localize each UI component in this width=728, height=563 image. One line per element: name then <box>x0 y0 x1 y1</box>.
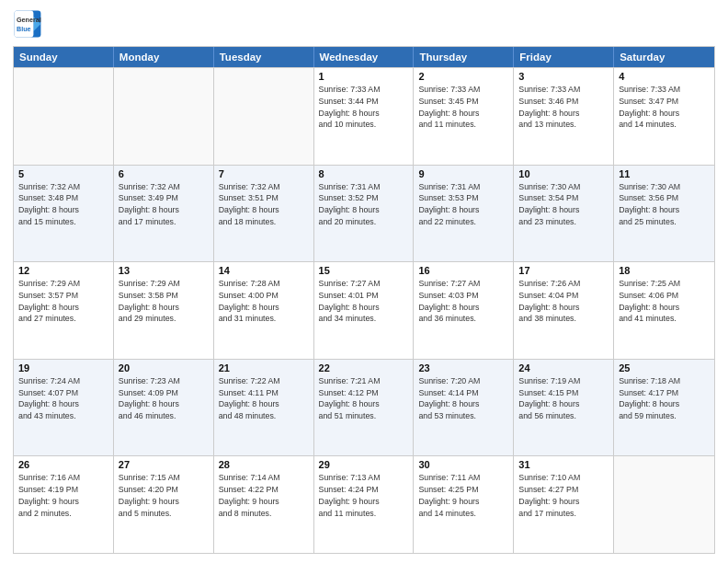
day-info: Sunrise: 7:32 AM Sunset: 3:51 PM Dayligh… <box>219 181 309 228</box>
day-cell-17: 17Sunrise: 7:26 AM Sunset: 4:04 PM Dayli… <box>514 262 614 359</box>
day-number: 8 <box>319 168 409 179</box>
calendar-row-3: 12Sunrise: 7:29 AM Sunset: 3:57 PM Dayli… <box>14 261 714 359</box>
empty-cell <box>114 68 214 165</box>
day-info: Sunrise: 7:27 AM Sunset: 4:01 PM Dayligh… <box>319 278 409 325</box>
day-info: Sunrise: 7:19 AM Sunset: 4:15 PM Dayligh… <box>518 375 609 422</box>
day-info: Sunrise: 7:29 AM Sunset: 3:57 PM Dayligh… <box>18 278 108 325</box>
weekday-header-thursday: Thursday <box>414 47 514 67</box>
day-number: 19 <box>18 362 108 373</box>
day-info: Sunrise: 7:31 AM Sunset: 3:53 PM Dayligh… <box>418 181 508 228</box>
day-number: 29 <box>319 459 409 470</box>
day-number: 11 <box>619 168 710 179</box>
day-number: 12 <box>18 265 108 276</box>
day-cell-6: 6Sunrise: 7:32 AM Sunset: 3:49 PM Daylig… <box>114 166 214 262</box>
weekday-header-wednesday: Wednesday <box>314 47 415 67</box>
empty-cell <box>614 456 714 553</box>
weekday-header-sunday: Sunday <box>14 47 114 67</box>
day-info: Sunrise: 7:27 AM Sunset: 4:03 PM Dayligh… <box>418 278 508 325</box>
day-info: Sunrise: 7:24 AM Sunset: 4:07 PM Dayligh… <box>18 375 108 422</box>
day-info: Sunrise: 7:20 AM Sunset: 4:14 PM Dayligh… <box>418 375 508 422</box>
day-cell-10: 10Sunrise: 7:30 AM Sunset: 3:54 PM Dayli… <box>514 166 614 262</box>
svg-text:General: General <box>17 16 41 24</box>
day-number: 31 <box>518 459 609 470</box>
day-number: 2 <box>418 71 508 82</box>
day-info: Sunrise: 7:11 AM Sunset: 4:25 PM Dayligh… <box>418 472 508 519</box>
day-info: Sunrise: 7:30 AM Sunset: 3:54 PM Dayligh… <box>518 181 609 228</box>
day-number: 5 <box>18 168 108 179</box>
day-cell-27: 27Sunrise: 7:15 AM Sunset: 4:20 PM Dayli… <box>114 456 214 553</box>
empty-cell <box>14 68 114 165</box>
day-cell-13: 13Sunrise: 7:29 AM Sunset: 3:58 PM Dayli… <box>114 262 214 359</box>
weekday-header-tuesday: Tuesday <box>214 47 314 67</box>
logo-icon: General Blue <box>13 9 42 39</box>
day-info: Sunrise: 7:33 AM Sunset: 3:44 PM Dayligh… <box>319 84 409 131</box>
day-cell-22: 22Sunrise: 7:21 AM Sunset: 4:12 PM Dayli… <box>314 360 415 456</box>
day-cell-12: 12Sunrise: 7:29 AM Sunset: 3:57 PM Dayli… <box>14 262 114 359</box>
day-info: Sunrise: 7:26 AM Sunset: 4:04 PM Dayligh… <box>518 278 609 325</box>
day-number: 22 <box>319 362 409 373</box>
weekday-header-saturday: Saturday <box>614 47 714 67</box>
day-cell-31: 31Sunrise: 7:10 AM Sunset: 4:27 PM Dayli… <box>514 456 614 553</box>
day-cell-24: 24Sunrise: 7:19 AM Sunset: 4:15 PM Dayli… <box>514 360 614 456</box>
day-info: Sunrise: 7:21 AM Sunset: 4:12 PM Dayligh… <box>319 375 409 422</box>
day-cell-7: 7Sunrise: 7:32 AM Sunset: 3:51 PM Daylig… <box>214 166 314 262</box>
day-cell-28: 28Sunrise: 7:14 AM Sunset: 4:22 PM Dayli… <box>214 456 314 553</box>
day-number: 3 <box>518 71 609 82</box>
weekday-header-friday: Friday <box>514 47 614 67</box>
day-number: 7 <box>219 168 309 179</box>
day-info: Sunrise: 7:25 AM Sunset: 4:06 PM Dayligh… <box>619 278 710 325</box>
day-number: 23 <box>418 362 508 373</box>
day-cell-14: 14Sunrise: 7:28 AM Sunset: 4:00 PM Dayli… <box>214 262 314 359</box>
day-info: Sunrise: 7:23 AM Sunset: 4:09 PM Dayligh… <box>119 375 209 422</box>
day-cell-26: 26Sunrise: 7:16 AM Sunset: 4:19 PM Dayli… <box>14 456 114 553</box>
day-cell-21: 21Sunrise: 7:22 AM Sunset: 4:11 PM Dayli… <box>214 360 314 456</box>
day-cell-1: 1Sunrise: 7:33 AM Sunset: 3:44 PM Daylig… <box>314 68 415 165</box>
header: General Blue <box>13 9 715 39</box>
day-info: Sunrise: 7:28 AM Sunset: 4:00 PM Dayligh… <box>219 278 309 325</box>
day-number: 10 <box>518 168 609 179</box>
day-number: 30 <box>418 459 508 470</box>
day-number: 16 <box>418 265 508 276</box>
day-number: 4 <box>619 71 710 82</box>
day-cell-9: 9Sunrise: 7:31 AM Sunset: 3:53 PM Daylig… <box>414 166 514 262</box>
day-number: 28 <box>219 459 309 470</box>
day-number: 15 <box>319 265 409 276</box>
day-number: 17 <box>518 265 609 276</box>
day-number: 25 <box>619 362 710 373</box>
logo: General Blue <box>13 9 42 39</box>
day-cell-11: 11Sunrise: 7:30 AM Sunset: 3:56 PM Dayli… <box>614 166 714 262</box>
empty-cell <box>214 68 314 165</box>
day-cell-3: 3Sunrise: 7:33 AM Sunset: 3:46 PM Daylig… <box>514 68 614 165</box>
day-number: 14 <box>219 265 309 276</box>
day-info: Sunrise: 7:32 AM Sunset: 3:49 PM Dayligh… <box>119 181 209 228</box>
day-cell-19: 19Sunrise: 7:24 AM Sunset: 4:07 PM Dayli… <box>14 360 114 456</box>
day-info: Sunrise: 7:29 AM Sunset: 3:58 PM Dayligh… <box>119 278 209 325</box>
day-info: Sunrise: 7:16 AM Sunset: 4:19 PM Dayligh… <box>18 472 108 519</box>
day-number: 27 <box>119 459 209 470</box>
weekday-header-monday: Monday <box>114 47 214 67</box>
day-cell-25: 25Sunrise: 7:18 AM Sunset: 4:17 PM Dayli… <box>614 360 714 456</box>
day-cell-16: 16Sunrise: 7:27 AM Sunset: 4:03 PM Dayli… <box>414 262 514 359</box>
day-number: 1 <box>319 71 409 82</box>
day-number: 21 <box>219 362 309 373</box>
svg-text:Blue: Blue <box>17 25 31 33</box>
day-cell-2: 2Sunrise: 7:33 AM Sunset: 3:45 PM Daylig… <box>414 68 514 165</box>
day-number: 9 <box>418 168 508 179</box>
day-info: Sunrise: 7:33 AM Sunset: 3:45 PM Dayligh… <box>418 84 508 131</box>
day-number: 13 <box>119 265 209 276</box>
day-info: Sunrise: 7:22 AM Sunset: 4:11 PM Dayligh… <box>219 375 309 422</box>
calendar-row-2: 5Sunrise: 7:32 AM Sunset: 3:48 PM Daylig… <box>14 165 714 262</box>
day-number: 24 <box>518 362 609 373</box>
day-info: Sunrise: 7:32 AM Sunset: 3:48 PM Dayligh… <box>18 181 108 228</box>
page: General Blue SundayMondayTuesdayWednesda… <box>0 0 728 563</box>
day-number: 26 <box>18 459 108 470</box>
calendar: SundayMondayTuesdayWednesdayThursdayFrid… <box>13 46 715 554</box>
day-cell-23: 23Sunrise: 7:20 AM Sunset: 4:14 PM Dayli… <box>414 360 514 456</box>
day-info: Sunrise: 7:14 AM Sunset: 4:22 PM Dayligh… <box>219 472 309 519</box>
day-cell-4: 4Sunrise: 7:33 AM Sunset: 3:47 PM Daylig… <box>614 68 714 165</box>
day-info: Sunrise: 7:18 AM Sunset: 4:17 PM Dayligh… <box>619 375 710 422</box>
day-info: Sunrise: 7:15 AM Sunset: 4:20 PM Dayligh… <box>119 472 209 519</box>
day-cell-20: 20Sunrise: 7:23 AM Sunset: 4:09 PM Dayli… <box>114 360 214 456</box>
day-cell-29: 29Sunrise: 7:13 AM Sunset: 4:24 PM Dayli… <box>314 456 415 553</box>
day-cell-15: 15Sunrise: 7:27 AM Sunset: 4:01 PM Dayli… <box>314 262 415 359</box>
